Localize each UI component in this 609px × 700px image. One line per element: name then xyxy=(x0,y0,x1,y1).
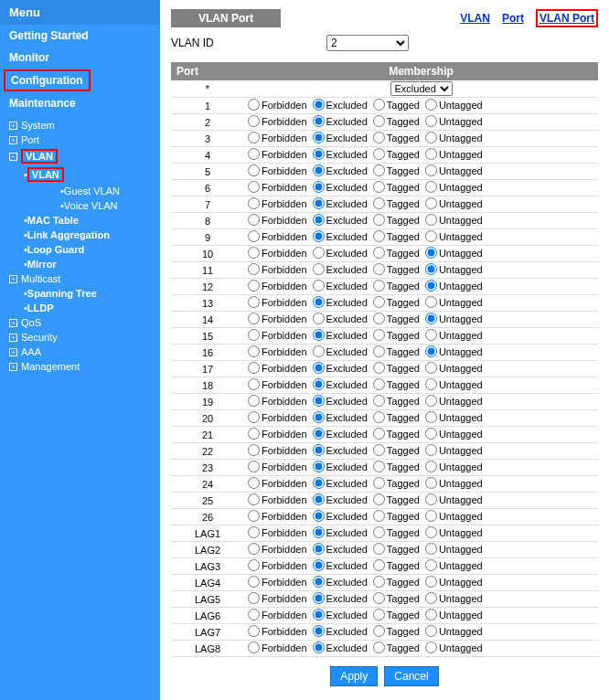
membership-option-untagged[interactable]: Untagged xyxy=(425,329,483,341)
membership-option-tagged[interactable]: Tagged xyxy=(373,395,420,407)
membership-radio[interactable] xyxy=(373,642,385,653)
membership-radio[interactable] xyxy=(373,230,385,242)
membership-option-forbidden[interactable]: Forbidden xyxy=(248,362,307,374)
membership-option-excluded[interactable]: Excluded xyxy=(313,148,368,160)
membership-radio[interactable] xyxy=(313,345,325,357)
membership-radio[interactable] xyxy=(373,148,385,160)
membership-radio[interactable] xyxy=(373,164,385,176)
plus-icon[interactable]: + xyxy=(9,348,17,356)
minus-icon[interactable]: − xyxy=(9,153,17,161)
membership-option-forbidden[interactable]: Forbidden xyxy=(248,115,307,127)
tree-spanning-tree[interactable]: Spanning Tree xyxy=(27,288,97,299)
membership-radio[interactable] xyxy=(425,477,437,489)
membership-radio[interactable] xyxy=(373,197,385,209)
membership-option-untagged[interactable]: Untagged xyxy=(425,230,483,242)
tree-lldp[interactable]: LLDP xyxy=(27,302,54,313)
membership-option-excluded[interactable]: Excluded xyxy=(313,313,368,324)
membership-option-untagged[interactable]: Untagged xyxy=(425,263,483,275)
membership-radio[interactable] xyxy=(425,411,437,423)
membership-radio[interactable] xyxy=(313,247,325,259)
membership-option-excluded[interactable]: Excluded xyxy=(313,132,368,143)
nav-getting-started[interactable]: Getting Started xyxy=(0,25,160,47)
membership-option-excluded[interactable]: Excluded xyxy=(313,642,368,653)
membership-option-tagged[interactable]: Tagged xyxy=(373,181,420,193)
membership-radio[interactable] xyxy=(425,576,437,588)
membership-radio[interactable] xyxy=(248,625,260,637)
membership-option-excluded[interactable]: Excluded xyxy=(313,296,368,308)
membership-radio[interactable] xyxy=(313,609,325,620)
membership-option-excluded[interactable]: Excluded xyxy=(313,543,368,555)
membership-option-untagged[interactable]: Untagged xyxy=(425,247,483,259)
membership-option-excluded[interactable]: Excluded xyxy=(313,362,368,374)
membership-option-tagged[interactable]: Tagged xyxy=(373,559,420,571)
membership-radio[interactable] xyxy=(425,263,437,275)
plus-icon[interactable]: + xyxy=(9,275,17,283)
membership-option-forbidden[interactable]: Forbidden xyxy=(248,559,307,571)
membership-radio[interactable] xyxy=(373,444,385,456)
membership-radio[interactable] xyxy=(313,395,325,407)
membership-option-excluded[interactable]: Excluded xyxy=(313,411,368,423)
membership-option-excluded[interactable]: Excluded xyxy=(313,526,368,538)
membership-option-untagged[interactable]: Untagged xyxy=(425,148,483,160)
membership-radio[interactable] xyxy=(425,609,437,620)
membership-radio[interactable] xyxy=(425,214,437,226)
membership-radio[interactable] xyxy=(425,625,437,637)
membership-radio[interactable] xyxy=(248,345,260,357)
membership-radio[interactable] xyxy=(425,313,437,324)
cancel-button[interactable]: Cancel xyxy=(384,666,438,686)
membership-option-tagged[interactable]: Tagged xyxy=(373,576,420,588)
membership-radio[interactable] xyxy=(248,280,260,292)
membership-option-tagged[interactable]: Tagged xyxy=(373,230,420,242)
membership-radio[interactable] xyxy=(373,395,385,407)
membership-radio[interactable] xyxy=(313,477,325,489)
membership-radio[interactable] xyxy=(248,411,260,423)
nav-maintenance[interactable]: Maintenance xyxy=(0,92,160,114)
membership-option-forbidden[interactable]: Forbidden xyxy=(248,345,307,357)
membership-option-excluded[interactable]: Excluded xyxy=(313,576,368,588)
membership-radio[interactable] xyxy=(313,296,325,308)
membership-radio[interactable] xyxy=(313,263,325,275)
membership-option-tagged[interactable]: Tagged xyxy=(373,378,420,390)
membership-radio[interactable] xyxy=(248,313,260,324)
membership-radio[interactable] xyxy=(313,132,325,143)
membership-option-untagged[interactable]: Untagged xyxy=(425,411,483,423)
membership-option-untagged[interactable]: Untagged xyxy=(425,345,483,357)
membership-radio[interactable] xyxy=(313,181,325,193)
membership-option-tagged[interactable]: Tagged xyxy=(373,214,420,226)
membership-option-excluded[interactable]: Excluded xyxy=(313,329,368,341)
membership-radio[interactable] xyxy=(373,592,385,604)
membership-option-forbidden[interactable]: Forbidden xyxy=(248,526,307,538)
membership-radio[interactable] xyxy=(373,510,385,522)
membership-radio[interactable] xyxy=(248,576,260,588)
membership-option-excluded[interactable]: Excluded xyxy=(313,197,368,209)
membership-option-excluded[interactable]: Excluded xyxy=(313,164,368,176)
membership-option-untagged[interactable]: Untagged xyxy=(425,526,483,538)
membership-option-forbidden[interactable]: Forbidden xyxy=(248,395,307,407)
membership-option-forbidden[interactable]: Forbidden xyxy=(248,642,307,653)
membership-radio[interactable] xyxy=(313,625,325,637)
tree-port[interactable]: Port xyxy=(21,134,39,145)
membership-radio[interactable] xyxy=(248,132,260,143)
membership-option-excluded[interactable]: Excluded xyxy=(313,378,368,390)
membership-option-tagged[interactable]: Tagged xyxy=(373,263,420,275)
membership-radio[interactable] xyxy=(373,115,385,127)
membership-option-untagged[interactable]: Untagged xyxy=(425,510,483,522)
membership-radio[interactable] xyxy=(248,378,260,390)
membership-option-untagged[interactable]: Untagged xyxy=(425,214,483,226)
membership-option-forbidden[interactable]: Forbidden xyxy=(248,428,307,440)
membership-radio[interactable] xyxy=(373,313,385,324)
membership-radio[interactable] xyxy=(425,461,437,472)
membership-option-tagged[interactable]: Tagged xyxy=(373,609,420,620)
membership-radio[interactable] xyxy=(373,329,385,341)
membership-option-tagged[interactable]: Tagged xyxy=(373,411,420,423)
membership-option-untagged[interactable]: Untagged xyxy=(425,395,483,407)
membership-option-untagged[interactable]: Untagged xyxy=(425,428,483,440)
membership-radio[interactable] xyxy=(425,444,437,456)
membership-option-tagged[interactable]: Tagged xyxy=(373,313,420,324)
membership-option-excluded[interactable]: Excluded xyxy=(313,477,368,489)
membership-radio[interactable] xyxy=(313,115,325,127)
membership-option-excluded[interactable]: Excluded xyxy=(313,625,368,637)
membership-radio[interactable] xyxy=(313,543,325,555)
membership-radio[interactable] xyxy=(425,181,437,193)
membership-radio[interactable] xyxy=(248,526,260,538)
